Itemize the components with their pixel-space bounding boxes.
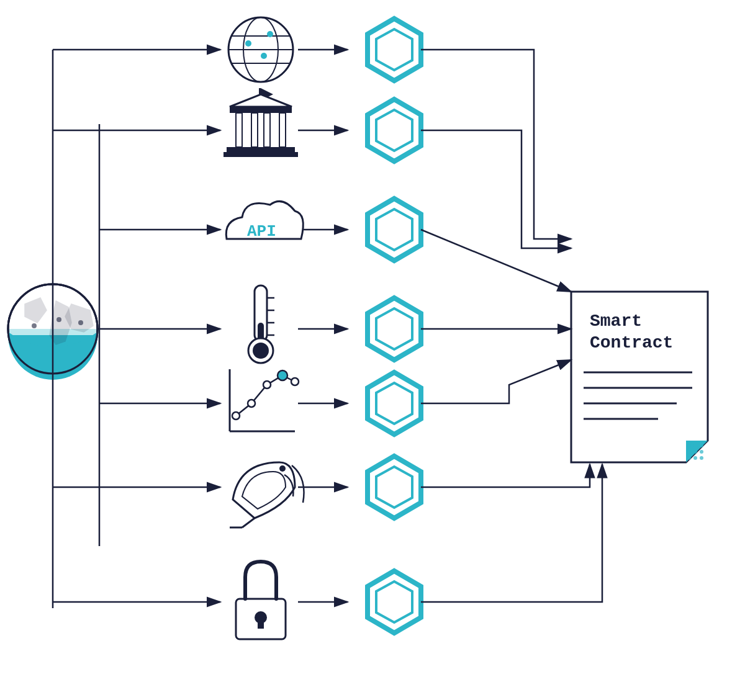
svg-rect-71: [227, 147, 295, 152]
svg-point-77: [253, 343, 269, 359]
svg-point-44: [687, 456, 691, 460]
svg-point-5: [78, 320, 83, 325]
bank-icon: [224, 88, 298, 157]
svg-point-40: [700, 444, 703, 447]
svg-text:API: API: [247, 222, 276, 241]
diagram-container: Smart Contract: [0, 0, 745, 700]
chainlink-hex-5: [368, 372, 421, 434]
chainlink-hex-1: [368, 19, 421, 81]
svg-point-61: [267, 31, 273, 37]
lock-icon: [236, 562, 286, 639]
svg-point-41: [687, 450, 691, 454]
chainlink-hex-7: [368, 571, 421, 633]
svg-point-60: [245, 40, 251, 47]
svg-point-42: [693, 450, 697, 454]
chart-icon: [230, 369, 299, 431]
svg-rect-68: [251, 113, 258, 147]
svg-rect-94: [258, 617, 264, 629]
svg-rect-72: [224, 152, 298, 157]
svg-point-91: [279, 465, 286, 472]
chainlink-hex-6: [368, 456, 421, 518]
chainlink-hex-3: [368, 199, 421, 261]
svg-point-46: [700, 456, 703, 460]
svg-point-88: [291, 378, 299, 385]
svg-point-84: [232, 412, 240, 420]
svg-point-85: [248, 400, 255, 407]
svg-point-45: [693, 456, 697, 460]
svg-point-43: [700, 450, 703, 454]
svg-rect-67: [236, 113, 242, 147]
web-globe-icon: [228, 17, 293, 82]
svg-point-38: [687, 444, 691, 447]
svg-point-87: [278, 370, 287, 380]
satellite-icon: [230, 462, 304, 527]
svg-rect-69: [264, 113, 270, 147]
chainlink-hex-2: [368, 99, 421, 161]
svg-point-4: [56, 317, 61, 322]
svg-rect-66: [230, 107, 292, 113]
thermometer-icon: [248, 285, 274, 363]
svg-point-39: [693, 444, 697, 447]
smart-contract-document: Smart Contract: [571, 292, 708, 462]
svg-rect-70: [279, 113, 286, 147]
svg-point-62: [261, 53, 267, 59]
svg-line-89: [242, 518, 255, 527]
chainlink-hex-4: [368, 298, 421, 360]
svg-point-3: [32, 323, 37, 328]
svg-point-86: [263, 381, 271, 388]
svg-marker-65: [230, 94, 292, 107]
svg-text:Smart: Smart: [590, 312, 642, 331]
api-cloud-icon: API: [226, 201, 303, 241]
svg-text:Contract: Contract: [590, 333, 673, 352]
